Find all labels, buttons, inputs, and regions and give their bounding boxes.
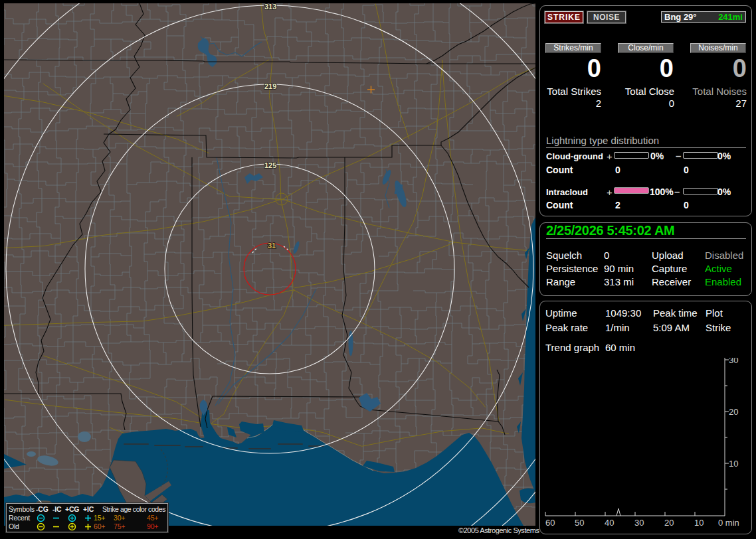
svg-text:50: 50 bbox=[575, 518, 584, 528]
svg-text:10: 10 bbox=[694, 518, 704, 528]
svg-text:31: 31 bbox=[268, 242, 276, 250]
svg-text:40: 40 bbox=[605, 518, 614, 528]
svg-text:0 min: 0 min bbox=[718, 518, 739, 528]
svg-text:219: 219 bbox=[264, 82, 276, 90]
svg-text:10: 10 bbox=[729, 459, 738, 469]
svg-text:20: 20 bbox=[729, 407, 738, 417]
svg-text:60: 60 bbox=[545, 518, 555, 528]
svg-text:30: 30 bbox=[634, 518, 644, 528]
svg-text:30: 30 bbox=[729, 358, 738, 365]
svg-text:125: 125 bbox=[264, 161, 276, 169]
svg-text:20: 20 bbox=[664, 518, 674, 528]
svg-text:313: 313 bbox=[264, 3, 276, 11]
